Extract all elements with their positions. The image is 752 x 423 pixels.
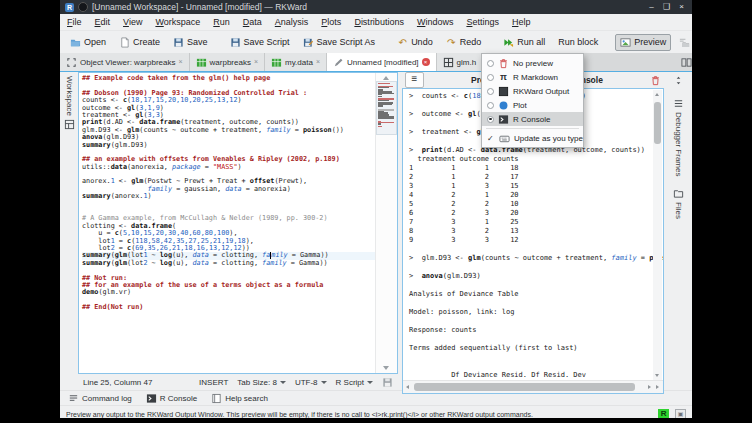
code-area[interactable]: ## Example code taken from the glm() hel… <box>79 73 375 373</box>
editor-column: ## Example code taken from the glm() hel… <box>78 72 398 390</box>
sidebar-tab-files[interactable]: Files <box>673 188 684 219</box>
toolbar-button-save-script-as[interactable]: Save Script As <box>298 34 381 51</box>
menu-windows[interactable]: Windows <box>417 17 454 27</box>
close-tab-icon[interactable]: × <box>178 58 182 66</box>
tab-my-data[interactable]: my.data× <box>265 53 327 71</box>
split-view-icon[interactable] <box>681 57 692 68</box>
console-line: 6 2 3 20 <box>409 209 663 218</box>
close-button[interactable] <box>676 2 687 12</box>
document-new-icon <box>119 37 130 48</box>
filetype-selector[interactable]: R Script <box>336 378 373 387</box>
preview-menu-item-r-console[interactable]: R Console <box>482 112 583 126</box>
sidebar-tab-debugger-frames[interactable]: Debugger Frames <box>673 98 684 176</box>
scroll-down-icon[interactable] <box>655 374 659 377</box>
save-icon <box>230 37 241 48</box>
data-table-icon <box>271 57 282 68</box>
close-tab-icon[interactable]: × <box>316 58 320 66</box>
tab-label: glm.h <box>457 58 477 67</box>
scroll-right-icon[interactable] <box>656 385 659 389</box>
files-icon <box>673 188 684 199</box>
toolview-button-r-console[interactable]: R Console <box>146 393 197 404</box>
code-line: utils::data(anorexia, package = "MASS") <box>82 164 375 171</box>
tab-size-selector[interactable]: Tab Size: 8 <box>237 378 286 387</box>
close-tab-icon[interactable]: × <box>422 58 430 66</box>
toolbar-button-create[interactable]: Create <box>114 34 165 51</box>
tab-unnamed-modified[interactable]: Unnamed [modified]× <box>327 53 437 71</box>
toolbar-button-label: Preview <box>634 37 666 47</box>
toolbar-button-redo[interactable]: ↷Redo <box>441 34 487 51</box>
toolbar-button-label: Save <box>187 37 208 47</box>
scroll-up-icon[interactable] <box>383 76 389 80</box>
toolbar-button-save-script[interactable]: Save Script <box>225 34 295 51</box>
menu-item-label: RKWard Output <box>513 87 569 96</box>
move-updown-icon[interactable] <box>673 75 684 86</box>
menu-edit[interactable]: Edit <box>95 17 111 27</box>
menu-workspace[interactable]: Workspace <box>155 17 200 27</box>
encoding-selector[interactable]: UTF-8 <box>295 378 327 387</box>
maximize-button[interactable] <box>661 2 672 12</box>
scroll-left-icon[interactable] <box>406 385 409 389</box>
preview-menu-item-no-preview[interactable]: No preview <box>482 56 583 70</box>
menu-data[interactable]: Data <box>243 17 262 27</box>
menu-analysis[interactable]: Analysis <box>275 17 309 27</box>
delete-preview-icon[interactable] <box>650 75 661 86</box>
toolbar-button-preview[interactable]: Preview <box>615 34 671 51</box>
help-page-icon <box>443 57 454 68</box>
console-line: 7 3 1 25 <box>409 218 663 227</box>
scroll-up-icon[interactable] <box>655 93 659 96</box>
console-vertical-scrollbar[interactable] <box>653 90 662 380</box>
console-line <box>409 362 663 371</box>
toolbar-button-save[interactable]: Save <box>168 34 213 51</box>
toolbar-button-undo[interactable]: ↶Undo <box>392 34 438 51</box>
code-line <box>82 201 375 208</box>
preview-options-button[interactable]: ≡ <box>405 72 424 88</box>
menu-distributions[interactable]: Distributions <box>354 17 404 27</box>
scroll-down-icon[interactable] <box>383 366 389 370</box>
tab-warpbreaks[interactable]: warpbreaks× <box>190 53 265 71</box>
preview-menu-item-plot[interactable]: Plot <box>482 98 583 112</box>
toolbar-button-label: Open <box>84 37 106 47</box>
console-line: treatment outcome counts <box>409 155 663 164</box>
toolview-label: Help search <box>225 394 268 403</box>
r-engine-status-badge: R <box>658 409 669 418</box>
menu-help[interactable]: Help <box>512 17 531 27</box>
script-editor[interactable]: ## Example code taken from the glm() hel… <box>78 72 398 374</box>
tab-object-viewer-warpbreaks[interactable]: Object Viewer: warpbreaks× <box>60 53 190 71</box>
toolbar-button-open[interactable]: Open <box>65 34 111 51</box>
toolbar-button-run-all[interactable]: Run all <box>498 34 550 51</box>
code-line: summary(glm.D93) <box>82 142 375 149</box>
close-tab-icon[interactable]: × <box>254 58 258 66</box>
editor-minimap-scrollbar[interactable] <box>375 73 397 373</box>
toolview-label: R Console <box>160 394 197 403</box>
tab-label: warpbreaks <box>210 58 251 67</box>
console-line: > glm.D93 <- glm(counts ~ outcome + trea… <box>409 254 663 263</box>
minimap-code-thumbnail <box>378 83 395 128</box>
console-horizontal-scrollbar[interactable] <box>403 380 663 393</box>
menu-file[interactable]: File <box>67 17 82 27</box>
tab-label: Unnamed [modified] <box>347 58 419 67</box>
rkward-window: R [Unnamed Workspace] - Unnamed [modifie… <box>60 0 692 418</box>
menu-plots[interactable]: Plots <box>321 17 341 27</box>
scroll-left-icon[interactable] <box>648 385 651 389</box>
menu-view[interactable]: View <box>123 17 142 27</box>
scrollbar-thumb[interactable] <box>414 383 635 391</box>
menu-item-label: R Console <box>513 115 550 124</box>
preview-menu-item-r-markdown[interactable]: πR Markdown <box>482 70 583 84</box>
toolbar-button-run-block[interactable]: Run block <box>553 34 603 50</box>
tab-label: my.data <box>285 58 313 67</box>
scrollbar-thumb[interactable] <box>654 102 661 144</box>
toolbar-button-label: Run block <box>558 37 598 47</box>
toolview-button-command-log[interactable]: Command log <box>68 393 132 404</box>
menu-run[interactable]: Run <box>213 17 230 27</box>
toolview-button-help-search[interactable]: Help search <box>211 393 268 404</box>
sidebar-tab-workspace[interactable]: Workspace <box>64 76 75 130</box>
insert-mode-button[interactable]: INSERT <box>199 378 228 387</box>
minimize-button[interactable] <box>646 2 657 12</box>
preview-menu-item-rkward-output[interactable]: RKWard Output <box>482 84 583 98</box>
console-line <box>409 299 663 308</box>
radio-button-icon <box>487 88 494 95</box>
preview-menu-item-update-as-you-type[interactable]: ✓Update as you type <box>482 131 583 145</box>
r-console-icon <box>498 114 509 125</box>
menu-settings[interactable]: Settings <box>466 17 499 27</box>
tab-glm-h[interactable]: glm.h <box>437 53 484 71</box>
